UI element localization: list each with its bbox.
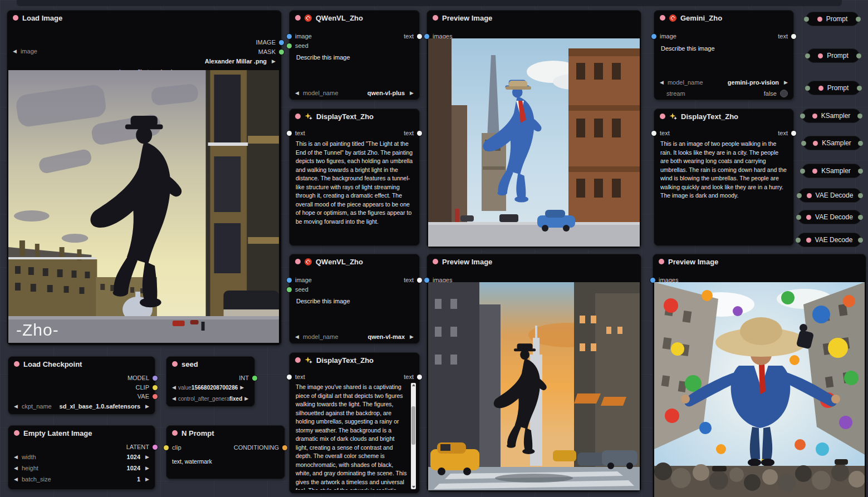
node-title-bar[interactable]: QWenVL_Zho: [290, 11, 419, 25]
next-arrow-icon[interactable]: ▶: [145, 465, 149, 471]
display-text-area[interactable]: This is an image of two people walking i…: [660, 140, 788, 241]
input-port-dot[interactable]: [805, 86, 810, 91]
node-title-bar[interactable]: Preview Image: [427, 11, 641, 25]
model-name-widget[interactable]: ◀ model_name gemini-pro-vision ▶: [660, 78, 788, 87]
next-arrow-icon[interactable]: ▶: [145, 454, 149, 460]
conditioning-output-port[interactable]: CONDITIONING: [234, 444, 287, 451]
input-port-dot[interactable]: [796, 238, 801, 243]
output-port-dot[interactable]: [856, 17, 861, 22]
node-title-bar[interactable]: Load Image: [7, 11, 281, 25]
prev-arrow-icon[interactable]: ◀: [14, 476, 18, 482]
output-port-dot[interactable]: [857, 114, 862, 119]
stream-toggle-icon[interactable]: [780, 90, 788, 97]
text-output-port[interactable]: text: [404, 32, 422, 40]
node-title-bar[interactable]: Empty Latent Image: [8, 426, 155, 440]
node-empty-latent[interactable]: Empty Latent Image LATENT ◀ width 1024 ▶…: [8, 425, 155, 490]
next-arrow-icon[interactable]: ▶: [240, 385, 244, 390]
image-file-widget[interactable]: ◀ image: [13, 47, 276, 56]
node-title-bar[interactable]: DisplayText_Zho: [290, 353, 419, 367]
text-input-port[interactable]: text: [287, 373, 305, 381]
next-arrow-icon[interactable]: ▶: [145, 403, 149, 409]
node-title-bar[interactable]: Gemini_Zho: [654, 11, 793, 25]
int-output-port[interactable]: INT: [239, 374, 257, 382]
node-title-bar[interactable]: Preview Image: [427, 254, 641, 269]
node-seed[interactable]: seed INT ◀ value 156680208700286 ▶ ◀ con…: [166, 356, 255, 407]
prev-arrow-icon[interactable]: ◀: [13, 48, 17, 54]
negative-prompt-textarea[interactable]: text, watermark: [172, 458, 212, 465]
clip-input-port[interactable]: clip: [164, 444, 182, 451]
input-port-dot[interactable]: [805, 53, 810, 58]
output-port-dot[interactable]: [857, 86, 862, 91]
vae-output-port[interactable]: VAE: [138, 392, 158, 400]
prompt-textarea[interactable]: Describe this image: [296, 298, 350, 304]
input-port-dot[interactable]: [800, 114, 805, 119]
node-qwenvl-1[interactable]: QWenVL_Zho image seed text Describe this…: [289, 10, 420, 100]
prev-arrow-icon[interactable]: ◀: [14, 403, 18, 409]
node-prompt-collapsed-1[interactable]: Prompt: [806, 12, 859, 26]
ckpt-name-widget[interactable]: ◀ ckpt_name sd_xl_base_1.0.safetensors ▶: [14, 402, 149, 411]
text-input-port[interactable]: text: [651, 129, 670, 137]
image-input-port[interactable]: image: [651, 32, 676, 40]
node-n-prompt[interactable]: N Prompt clip CONDITIONING text, waterma…: [166, 425, 285, 479]
node-preview-2[interactable]: Preview Image images: [426, 254, 641, 492]
prev-arrow-icon[interactable]: ◀: [660, 80, 664, 85]
node-title-bar[interactable]: Preview Image: [653, 254, 866, 269]
output-port-dot[interactable]: [858, 215, 863, 220]
output-port-dot[interactable]: [858, 141, 863, 146]
input-port-dot[interactable]: [804, 17, 809, 22]
image-input-port[interactable]: image: [287, 32, 312, 40]
node-title-bar[interactable]: Load Checkpoint: [8, 357, 155, 371]
node-prompt-collapsed-3[interactable]: Prompt: [807, 81, 860, 95]
stream-toggle-widget[interactable]: stream false: [660, 89, 788, 98]
next-arrow-icon[interactable]: ▶: [410, 334, 414, 339]
latent-output-port[interactable]: LATENT: [126, 443, 158, 451]
scrollbar-thumb[interactable]: [411, 406, 415, 445]
node-graph-canvas[interactable]: Load Image IMAGE MASK ◀ image Alexander …: [0, 0, 868, 497]
output-port-dot[interactable]: [858, 169, 863, 174]
input-port-dot[interactable]: [801, 141, 806, 146]
prompt-textarea[interactable]: Describe this image: [296, 54, 350, 61]
next-arrow-icon[interactable]: ▶: [410, 90, 414, 96]
node-vae-decode-collapsed-3[interactable]: VAE Decode: [797, 233, 861, 247]
next-arrow-icon[interactable]: ▶: [145, 476, 149, 482]
image-output-port[interactable]: IMAGE: [256, 38, 284, 46]
prev-arrow-icon[interactable]: ◀: [172, 396, 176, 401]
clip-output-port[interactable]: CLIP: [136, 383, 158, 391]
node-vae-decode-collapsed-2[interactable]: VAE Decode: [798, 210, 861, 224]
scroll-down-icon[interactable]: [412, 486, 415, 488]
input-port-dot[interactable]: [796, 215, 801, 220]
node-displaytext-3[interactable]: DisplayText_Zho text text This is an ima…: [654, 109, 794, 246]
seed-input-port[interactable]: seed: [287, 286, 308, 293]
node-ksampler-collapsed-2[interactable]: KSampler: [803, 136, 861, 150]
node-displaytext-1[interactable]: DisplayText_Zho text text This is an oil…: [289, 109, 420, 246]
model-name-widget[interactable]: ◀ model_name qwen-vl-max ▶: [295, 332, 414, 341]
image-file-value-row[interactable]: Alexander Millar .png ▶: [13, 57, 276, 66]
node-title-bar[interactable]: N Prompt: [166, 426, 285, 440]
node-title-bar[interactable]: DisplayText_Zho: [290, 109, 419, 124]
node-gemini[interactable]: Gemini_Zho image text Describe this imag…: [654, 10, 794, 100]
scrollbar[interactable]: [411, 383, 416, 489]
prompt-textarea[interactable]: Describe this image: [661, 45, 715, 52]
image-input-port[interactable]: image: [287, 276, 312, 284]
text-output-port[interactable]: text: [778, 32, 796, 40]
text-output-port[interactable]: text: [404, 129, 422, 137]
batch-size-widget[interactable]: ◀ batch_size 1 ▶: [14, 475, 149, 484]
node-load-image[interactable]: Load Image IMAGE MASK ◀ image Alexander …: [7, 10, 282, 346]
node-displaytext-2[interactable]: DisplayText_Zho text text The image you'…: [289, 352, 420, 494]
model-output-port[interactable]: MODEL: [127, 374, 158, 382]
text-output-port[interactable]: text: [404, 276, 422, 284]
prev-arrow-icon[interactable]: ◀: [14, 465, 18, 471]
text-input-port[interactable]: text: [287, 129, 305, 137]
text-output-port[interactable]: text: [778, 129, 796, 137]
node-qwenvl-2[interactable]: QWenVL_Zho image seed text Describe this…: [289, 254, 420, 344]
seed-value-widget[interactable]: ◀ value 156680208700286 ▶: [172, 383, 249, 392]
node-ksampler-collapsed-3[interactable]: KSampler: [802, 164, 861, 178]
input-port-dot[interactable]: [797, 193, 802, 198]
next-arrow-icon[interactable]: ▶: [784, 80, 788, 85]
next-arrow-icon[interactable]: ▶: [244, 396, 248, 401]
output-port-dot[interactable]: [858, 193, 863, 198]
node-load-checkpoint[interactable]: Load Checkpoint MODEL CLIP VAE ◀ ckpt_na…: [8, 356, 155, 415]
model-name-widget[interactable]: ◀ model_name qwen-vl-plus ▶: [295, 88, 414, 97]
prev-arrow-icon[interactable]: ◀: [295, 334, 299, 339]
output-port-dot[interactable]: [856, 53, 861, 58]
